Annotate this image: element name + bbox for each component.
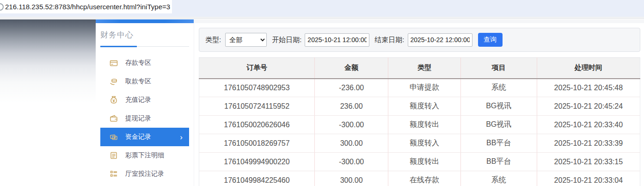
table-row: 1761050018269757300.00额度转入BB平台2025-10-21… — [199, 134, 640, 153]
table-row: 1761049994900220-300.00额度转出BB平台2025-10-2… — [199, 153, 640, 171]
recharge-bag-icon — [110, 96, 118, 104]
chevron-right-icon: › — [180, 133, 183, 141]
url-field[interactable]: 216.118.235.52:8783/hhcp/usercenter.html… — [0, 0, 172, 13]
cell-r3-c2: 额度转入 — [388, 134, 460, 153]
sidebar-accent-strip — [96, 19, 194, 23]
filter-bar: 类型: 全部 开始日期: 结束日期: 查询 — [199, 28, 640, 52]
sidebar-item-6[interactable]: 厅室投注记录 — [100, 165, 189, 183]
cell-r3-c3: BB平台 — [460, 134, 537, 153]
browser-address-bar: 216.118.235.52:8783/hhcp/usercenter.html… — [0, 0, 644, 17]
cell-r3-c0: 1761050018269757 — [199, 134, 315, 153]
site-info-icon[interactable] — [0, 3, 4, 11]
column-header-0: 订单号 — [199, 58, 315, 79]
background-gradient-art — [0, 19, 96, 186]
start-date-label: 开始日期: — [272, 36, 301, 44]
funds-coins-icon — [110, 133, 118, 141]
sidebar-item-0[interactable]: 存款专区 — [100, 54, 189, 72]
sidebar-item-3[interactable]: 提现记录 — [100, 109, 189, 128]
sidebar-item-label: 彩票下注明细 — [125, 151, 164, 160]
sidebar-item-label: 资金记录 — [125, 133, 151, 141]
cell-r2-c0: 1761050020626046 — [199, 116, 315, 134]
table-row: 1761050724115952236.00额度转入BG视讯2025-10-21… — [199, 97, 640, 116]
sidebar-title-divider — [100, 46, 189, 47]
table-row: 1761049984225460300.00在线存款系统2025-10-21 2… — [199, 171, 640, 186]
column-header-2: 类型 — [388, 58, 460, 79]
table-row: 1761050748902953-236.00申请提款系统2025-10-21 … — [199, 79, 640, 97]
type-label: 类型: — [205, 36, 221, 44]
cell-r5-c3: 系统 — [460, 171, 537, 186]
cell-r2-c3: BG视讯 — [460, 116, 537, 134]
sidebar-item-1[interactable]: 取款专区 — [100, 72, 189, 91]
start-date-input[interactable] — [305, 33, 369, 47]
url-text: 216.118.235.52:8783/hhcp/usercenter.html… — [5, 3, 170, 11]
cell-r4-c2: 额度转出 — [388, 153, 460, 171]
sidebar-item-label: 存款专区 — [125, 59, 151, 67]
chrome-divider — [0, 17, 644, 19]
type-select[interactable]: 全部 — [225, 33, 267, 47]
cell-r0-c2: 申请提款 — [388, 79, 460, 97]
cell-r3-c4: 2025-10-21 20:33:39 — [537, 134, 640, 153]
deposit-card-icon — [110, 59, 118, 67]
cell-r0-c4: 2025-10-21 20:45:48 — [537, 79, 640, 97]
cell-r1-c4: 2025-10-21 20:45:24 — [537, 97, 640, 116]
main-accent-strip — [194, 19, 644, 23]
cell-r5-c4: 2025-10-21 20:33:04 — [537, 171, 640, 186]
sidebar-item-2[interactable]: 充值记录 — [100, 91, 189, 109]
cell-r4-c1: -300.00 — [314, 153, 388, 171]
sidebar-item-label: 提现记录 — [125, 114, 151, 123]
sidebar-item-4[interactable]: 资金记录› — [100, 128, 189, 146]
column-header-3: 项目 — [460, 58, 537, 79]
cell-r1-c1: 236.00 — [314, 97, 388, 116]
withdraw-hand-icon — [110, 77, 118, 86]
page: 财务中心 存款专区取款专区充值记录提现记录资金记录›彩票下注明细厅室投注记录玩家… — [0, 19, 644, 186]
cell-r1-c3: BG视讯 — [460, 97, 537, 116]
sidebar-item-label: 取款专区 — [125, 77, 151, 86]
query-button[interactable]: 查询 — [478, 33, 503, 47]
main-content: 类型: 全部 开始日期: 结束日期: 查询 订单号金额类型项目处理时间 1761… — [194, 19, 644, 186]
column-header-4: 处理时间 — [537, 58, 640, 79]
end-date-label: 结束日期: — [374, 36, 404, 44]
cell-r2-c4: 2025-10-21 20:33:40 — [537, 116, 640, 134]
cell-r4-c3: BB平台 — [460, 153, 537, 171]
cell-r5-c2: 在线存款 — [388, 171, 460, 186]
sidebar-item-label: 充值记录 — [125, 96, 151, 104]
records-table-wrap: 订单号金额类型项目处理时间 1761050748902953-236.00申请提… — [199, 57, 640, 186]
cell-r1-c0: 1761050724115952 — [199, 97, 315, 116]
cell-r0-c1: -236.00 — [314, 79, 388, 97]
sidebar-item-7[interactable]: 玩家投注报表 — [100, 183, 189, 186]
withdraw-wallet-icon — [110, 114, 118, 123]
cell-r0-c0: 1761050748902953 — [199, 79, 315, 97]
sidebar-title: 财务中心 — [96, 23, 194, 40]
cell-r5-c1: 300.00 — [314, 171, 388, 186]
cell-r5-c0: 1761049984225460 — [199, 171, 315, 186]
cell-r4-c0: 1761049994900220 — [199, 153, 315, 171]
hall-bet-list-icon — [110, 170, 118, 178]
column-header-1: 金额 — [314, 58, 388, 79]
table-row: 1761050020626046-300.00额度转出BG视讯2025-10-2… — [199, 116, 640, 134]
cell-r0-c3: 系统 — [460, 79, 537, 97]
sidebar-menu: 存款专区取款专区充值记录提现记录资金记录›彩票下注明细厅室投注记录玩家投注报表 — [100, 54, 189, 186]
cell-r3-c1: 300.00 — [314, 134, 388, 153]
lottery-detail-icon — [110, 151, 118, 160]
end-date-input[interactable] — [408, 33, 472, 47]
sidebar-item-label: 厅室投注记录 — [125, 170, 164, 178]
sidebar-item-5[interactable]: 彩票下注明细 — [100, 146, 189, 165]
cell-r4-c4: 2025-10-21 20:33:15 — [537, 153, 640, 171]
cell-r2-c1: -300.00 — [314, 116, 388, 134]
cell-r1-c2: 额度转入 — [388, 97, 460, 116]
cell-r2-c2: 额度转出 — [388, 116, 460, 134]
finance-sidebar: 财务中心 存款专区取款专区充值记录提现记录资金记录›彩票下注明细厅室投注记录玩家… — [96, 19, 194, 186]
records-table: 订单号金额类型项目处理时间 1761050748902953-236.00申请提… — [199, 57, 640, 186]
